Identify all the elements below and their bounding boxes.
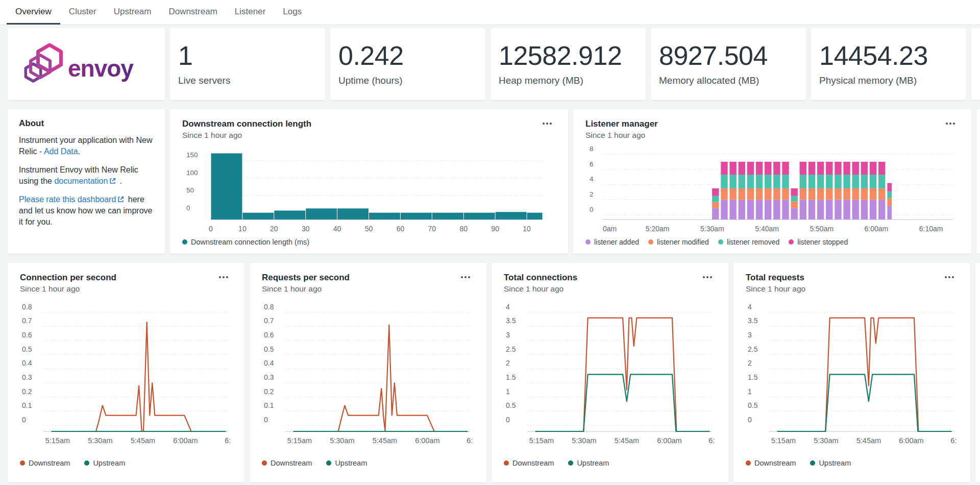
- total-requests-chart: 00.511.522.533.545:15am5:30am5:45am6:00a…: [746, 299, 958, 452]
- svg-text:5:30am: 5:30am: [700, 225, 724, 233]
- svg-text:5:40am: 5:40am: [755, 225, 779, 233]
- svg-text:5:30am: 5:30am: [88, 436, 112, 445]
- card-menu-button[interactable]: [701, 274, 714, 280]
- connection-per-second-chart: 00.10.20.30.40.50.60.70.85:15am5:30am5:4…: [20, 299, 232, 452]
- card-menu-button[interactable]: [459, 274, 472, 280]
- svg-text:4: 4: [590, 175, 594, 183]
- svg-text:6:: 6:: [708, 436, 715, 445]
- stat-label: Physical memory (MB): [819, 75, 958, 86]
- total-connections-card: Total connections Since 1 hour ago 00.51…: [492, 263, 728, 482]
- envoy-logo-card: envoy: [8, 28, 165, 100]
- legend-dot: [326, 460, 331, 466]
- downstream-connection-length-card: Downstream connection length Since 1 hou…: [170, 109, 568, 254]
- stat-value: 0.242: [338, 42, 477, 69]
- svg-text:0.5: 0.5: [264, 345, 274, 353]
- svg-text:1: 1: [506, 387, 510, 396]
- stat-memory-allocated: 8927.504 Memory allocated (MB): [651, 28, 806, 100]
- card-menu-button[interactable]: [217, 274, 230, 280]
- svg-text:1.5: 1.5: [506, 373, 516, 381]
- legend-dot: [20, 460, 25, 466]
- chart-legend: Downstream connection length (ms): [182, 238, 556, 246]
- tab-listener[interactable]: Listener: [226, 0, 274, 25]
- chart-title: Requests per second: [262, 272, 474, 283]
- svg-text:3: 3: [506, 331, 510, 339]
- svg-text:0: 0: [264, 416, 268, 424]
- summary-row: envoy 1 Live servers 0.242 Uptime (hours…: [8, 28, 980, 100]
- svg-text:6:: 6:: [467, 436, 473, 445]
- stat-value: 8927.504: [659, 42, 798, 69]
- tab-overview[interactable]: Overview: [7, 0, 60, 25]
- legend-item[interactable]: listener removed: [718, 238, 780, 246]
- legend-item[interactable]: listener added: [585, 238, 639, 246]
- rate-dashboard-link[interactable]: Please rate this dashboard: [19, 195, 116, 204]
- add-data-link[interactable]: Add Data: [44, 147, 78, 156]
- svg-text:5:30am: 5:30am: [330, 436, 354, 445]
- legend-item[interactable]: Downstream: [746, 459, 796, 467]
- svg-text:4: 4: [748, 303, 752, 311]
- stat-uptime: 0.242 Uptime (hours): [330, 28, 485, 100]
- svg-text:3: 3: [748, 331, 752, 339]
- svg-text:3.5: 3.5: [748, 317, 758, 325]
- legend-item[interactable]: Upstream: [84, 459, 125, 467]
- downstream-connection-length-chart: 050100150010203040506070809010: [182, 145, 556, 237]
- external-link-icon: [109, 177, 116, 185]
- legend-dot: [182, 239, 187, 245]
- svg-text:1: 1: [748, 387, 752, 396]
- svg-text:150: 150: [186, 151, 198, 159]
- legend-item[interactable]: Downstream: [504, 459, 554, 467]
- legend-item[interactable]: Downstream: [262, 459, 312, 467]
- tab-downstream[interactable]: Downstream: [160, 0, 226, 25]
- stat-value: 1: [178, 42, 317, 69]
- svg-text:2.5: 2.5: [748, 345, 758, 353]
- stat-label: Uptime (hours): [338, 75, 477, 86]
- svg-text:0.6: 0.6: [22, 331, 32, 339]
- about-card: About Instrument your application with N…: [8, 109, 165, 254]
- legend-item[interactable]: listener modified: [648, 238, 709, 246]
- card-menu-button[interactable]: [541, 120, 554, 127]
- legend-dot: [84, 460, 89, 466]
- svg-text:5:45am: 5:45am: [856, 436, 881, 445]
- legend-item[interactable]: listener stopped: [789, 238, 848, 246]
- legend-item[interactable]: Upstream: [326, 459, 367, 467]
- card-menu-button[interactable]: [944, 120, 957, 127]
- svg-text:0.7: 0.7: [22, 317, 32, 325]
- card-menu-button[interactable]: [943, 274, 956, 280]
- connection-per-second-card: Connection per second Since 1 hour ago 0…: [8, 263, 244, 482]
- legend-item[interactable]: Downstream connection length (ms): [182, 238, 309, 246]
- chart-legend: Downstream Upstream: [504, 459, 716, 467]
- stat-label: Memory allocated (MB): [659, 75, 798, 86]
- legend-item[interactable]: Upstream: [810, 459, 851, 467]
- chart-title: Listener manager: [585, 118, 959, 129]
- chart-subtitle: Since 1 hour ago: [746, 284, 958, 294]
- legend-item[interactable]: Downstream: [20, 459, 70, 467]
- chart-title: Downstream connection length: [182, 118, 556, 129]
- svg-text:0.4: 0.4: [22, 359, 32, 367]
- svg-text:6:10am: 6:10am: [919, 225, 943, 233]
- tab-cluster[interactable]: Cluster: [60, 0, 105, 25]
- legend-dot: [789, 239, 794, 245]
- top-nav: Overview Cluster Upstream Downstream Lis…: [0, 0, 980, 25]
- chart-legend: Downstream Upstream: [746, 459, 958, 467]
- svg-text:5:20am: 5:20am: [646, 225, 670, 233]
- chart-subtitle: Since 1 hour ago: [20, 284, 232, 294]
- chart-title: Total connections: [504, 272, 716, 283]
- partial-card: [975, 263, 980, 482]
- tab-logs[interactable]: Logs: [274, 0, 310, 25]
- svg-text:6: 6: [590, 160, 594, 168]
- svg-text:10: 10: [523, 225, 531, 233]
- chart-subtitle: Since 1 hour ago: [262, 284, 474, 294]
- partial-card: [976, 109, 980, 254]
- legend-item[interactable]: Upstream: [568, 459, 609, 467]
- svg-text:0.1: 0.1: [264, 401, 274, 409]
- svg-text:5:15am: 5:15am: [45, 436, 70, 445]
- svg-text:80: 80: [459, 225, 468, 233]
- svg-text:5:30am: 5:30am: [572, 436, 596, 445]
- dashboard: envoy 1 Live servers 0.242 Uptime (hours…: [0, 28, 980, 482]
- documentation-link[interactable]: documentation: [54, 177, 108, 185]
- tab-upstream[interactable]: Upstream: [105, 0, 160, 25]
- chart-subtitle: Since 1 hour ago: [585, 131, 959, 140]
- svg-text:8: 8: [590, 145, 594, 153]
- svg-text:90: 90: [491, 225, 499, 233]
- svg-text:5:45am: 5:45am: [615, 436, 639, 445]
- svg-text:0.6: 0.6: [264, 331, 274, 339]
